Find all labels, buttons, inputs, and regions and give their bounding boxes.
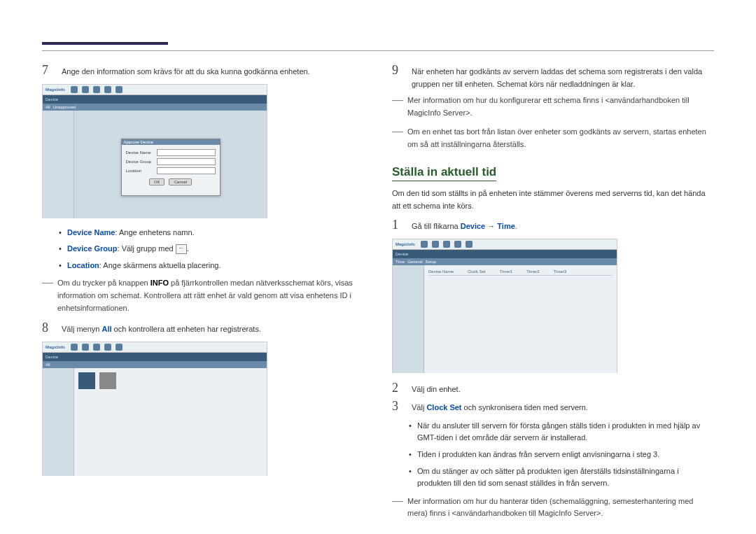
- bullet-item: När du ansluter till servern för första …: [409, 420, 714, 444]
- step-1: 1 Gå till flikarna Device → Time.: [392, 218, 714, 233]
- intro-paragraph: Om den tid som ställts in på enheten int…: [392, 187, 714, 213]
- app-logo: MagicInfo: [46, 345, 65, 349]
- bullet-device-group: Device Group: Välj grupp med ···.: [59, 243, 364, 255]
- step-text: Gå till flikarna Device → Time.: [412, 218, 714, 233]
- bullet-list-right: När du ansluter till servern för första …: [409, 420, 714, 490]
- dash-icon: ―: [392, 126, 403, 150]
- step-9: 9 När enheten har godkänts av servern la…: [392, 64, 714, 90]
- cancel-button[interactable]: Cancel: [169, 178, 192, 185]
- bullet-list-left: Device Name: Ange enhetens namn. Device …: [59, 227, 364, 272]
- header-thick-rule: [42, 42, 168, 45]
- location-input[interactable]: [157, 167, 216, 174]
- step-2: 2 Välj din enhet.: [392, 381, 714, 396]
- step-text: När enheten har godkänts av servern ladd…: [412, 64, 714, 90]
- step-number: 8: [42, 321, 52, 334]
- step-text: Välj Clock Set och synkronisera tiden me…: [412, 400, 714, 414]
- step-number: 9: [392, 64, 402, 76]
- left-column: 7 Ange den information som krävs för att…: [42, 64, 364, 527]
- step-number: 7: [42, 64, 52, 76]
- step-text: Välj din enhet.: [412, 381, 714, 396]
- approve-dialog: Approve Device Device Name Device Group …: [121, 139, 220, 196]
- app-logo: MagicInfo: [396, 242, 415, 246]
- bullet-item: Tiden i produkten kan ändras från server…: [409, 449, 714, 461]
- step-8: 8 Välj menyn All och kontrollera att enh…: [42, 321, 364, 336]
- step-7: 7 Ange den information som krävs för att…: [42, 64, 364, 78]
- dash-icon: ―: [392, 94, 403, 119]
- browse-icon: ···: [176, 244, 187, 254]
- bullet-device-name: Device Name: Ange enhetens namn.: [59, 227, 364, 239]
- step-text: Ange den information som krävs för att d…: [62, 64, 364, 78]
- sidebar: [43, 111, 74, 218]
- ok-button[interactable]: OK: [149, 178, 165, 185]
- screenshot-all-devices: MagicInfo Device All: [42, 342, 267, 476]
- dash-icon: ―: [42, 277, 53, 314]
- bullet-item: Om du stänger av och sätter på produkten…: [409, 465, 714, 490]
- screenshot-device-time: MagicInfo Device TimeGeneralSetup Device…: [392, 239, 617, 373]
- dash-icon: ―: [392, 496, 403, 520]
- note-device-removed: ― Om en enhet tas bort från listan över …: [392, 126, 714, 150]
- step-3: 3 Välj Clock Set och synkronisera tiden …: [392, 400, 714, 414]
- note-info-button: ― Om du trycker på knappen INFO på fjärr…: [42, 277, 364, 314]
- device-thumbnail[interactable]: [78, 372, 95, 389]
- step-number: 3: [392, 400, 402, 412]
- two-column-layout: 7 Ange den information som krävs för att…: [42, 64, 714, 527]
- bullet-location: Location: Ange skärmens aktuella placeri…: [59, 260, 364, 272]
- step-number: 2: [392, 381, 402, 394]
- document-page: 7 Ange den information som krävs för att…: [0, 0, 756, 534]
- device-thumbnail[interactable]: [99, 372, 116, 389]
- note-time-management: ― Mer information om hur du hanterar tid…: [392, 496, 714, 520]
- app-logo: MagicInfo: [46, 87, 65, 92]
- screenshot-approve-device: MagicInfo Device AllUnapproved Approve D…: [42, 84, 267, 218]
- dialog-title: Approve Device: [122, 139, 220, 145]
- section-heading-time: Ställa in aktuell tid: [392, 165, 496, 181]
- right-column: 9 När enheten har godkänts av servern la…: [392, 64, 714, 527]
- device-name-input[interactable]: [157, 149, 216, 156]
- step-text: Välj menyn All och kontrollera att enhet…: [62, 321, 364, 336]
- note-schema-info: ― Mer information om hur du konfigurerar…: [392, 94, 714, 119]
- header-thin-rule: [42, 50, 714, 51]
- step-number: 1: [392, 218, 402, 231]
- device-group-input[interactable]: [157, 158, 216, 165]
